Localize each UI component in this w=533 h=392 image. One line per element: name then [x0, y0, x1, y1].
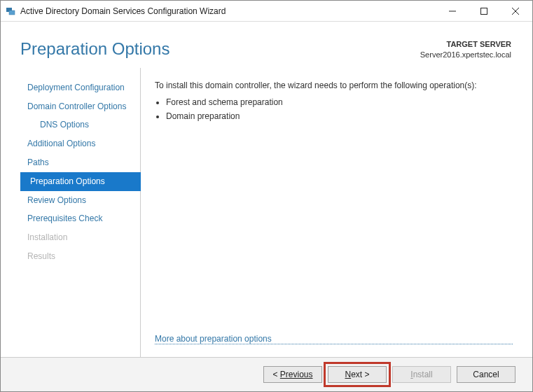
list-item: Domain preparation [166, 111, 513, 121]
target-server-label: TARGET SERVER [420, 39, 511, 50]
sidebar-item-preparation-options[interactable]: Preparation Options [20, 172, 141, 191]
wizard-content: Deployment ConfigurationDomain Controlle… [1, 68, 532, 357]
svg-rect-1 [9, 10, 15, 15]
sidebar-item-paths[interactable]: Paths [20, 153, 140, 172]
list-item: Forest and schema preparation [166, 97, 513, 107]
sidebar-item-domain-controller-options[interactable]: Domain Controller Options [20, 97, 140, 116]
maximize-button[interactable] [468, 1, 499, 21]
page-title: Preparation Options [20, 39, 169, 59]
next-button[interactable]: Next > [328, 366, 387, 383]
window-title: Active Directory Domain Services Configu… [20, 6, 436, 16]
previous-button[interactable]: < Previous [263, 366, 322, 383]
server-manager-icon [5, 6, 16, 17]
minimize-button[interactable] [436, 1, 468, 21]
sidebar-item-review-options[interactable]: Review Options [20, 191, 140, 210]
sidebar-item-installation: Installation [20, 228, 140, 247]
description-text: To install this domain controller, the w… [155, 80, 513, 90]
operations-list: Forest and schema preparationDomain prep… [155, 97, 513, 125]
sidebar-item-deployment-configuration[interactable]: Deployment Configuration [20, 78, 140, 97]
cancel-button[interactable]: Cancel [457, 366, 515, 383]
install-button: Install [392, 366, 451, 383]
wizard-footer: < Previous Next > Install Cancel [1, 357, 532, 391]
close-button[interactable] [499, 1, 531, 21]
window-controls [436, 1, 531, 21]
target-server-info: TARGET SERVER Server2016.xpertstec.local [420, 39, 511, 61]
more-about-link[interactable]: More about preparation options [155, 334, 513, 344]
svg-rect-3 [480, 8, 487, 14]
sidebar-item-results: Results [20, 247, 140, 266]
sidebar-item-prerequisites-check[interactable]: Prerequisites Check [20, 209, 140, 228]
sidebar-item-dns-options[interactable]: DNS Options [20, 115, 140, 134]
main-panel: To install this domain controller, the w… [141, 68, 513, 357]
wizard-header: Preparation Options TARGET SERVER Server… [1, 22, 532, 68]
sidebar-nav: Deployment ConfigurationDomain Controlle… [20, 68, 141, 357]
titlebar: Active Directory Domain Services Configu… [1, 1, 532, 22]
sidebar-item-additional-options[interactable]: Additional Options [20, 134, 140, 153]
target-server-name: Server2016.xpertstec.local [420, 50, 511, 60]
